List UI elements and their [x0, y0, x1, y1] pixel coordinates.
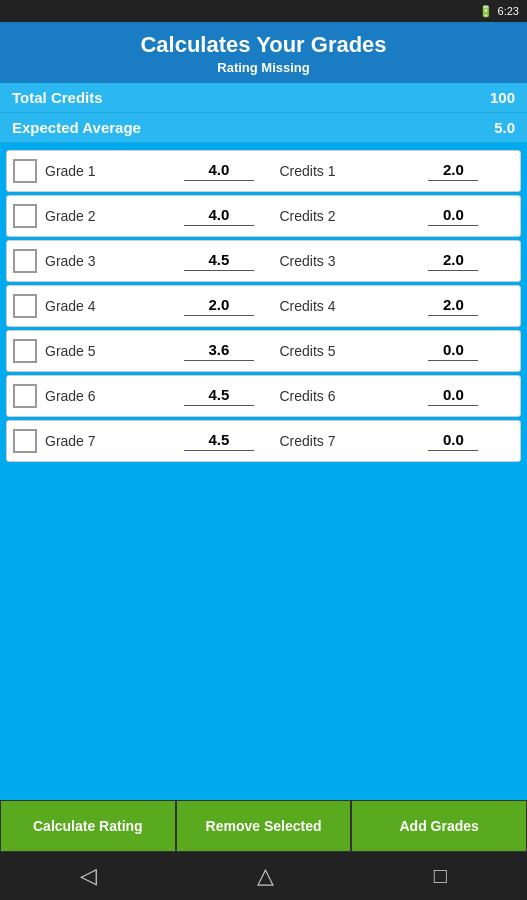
- grade-value-6[interactable]: 4.5: [208, 386, 229, 403]
- grade-label-7: Grade 7: [45, 433, 158, 449]
- grade-checkbox-1[interactable]: [13, 159, 37, 183]
- credits-value-2[interactable]: 0.0: [431, 206, 476, 223]
- navigation-bar: ◁ △ □: [0, 852, 527, 900]
- credits-underline-7: [428, 450, 478, 451]
- credits-label-6: Credits 6: [280, 388, 393, 404]
- grade-input-group-7: 4.5: [162, 431, 275, 451]
- credits-label-4: Credits 4: [280, 298, 393, 314]
- grades-list: Grade 1 4.0 Credits 1 2.0 Grade 2 4.0 Cr…: [0, 143, 527, 800]
- grade-checkbox-6[interactable]: [13, 384, 37, 408]
- grade-value-7[interactable]: 4.5: [208, 431, 229, 448]
- grade-value-5[interactable]: 3.6: [208, 341, 229, 358]
- battery-icon: 🔋: [479, 5, 493, 18]
- table-row: Grade 4 2.0 Credits 4 2.0: [6, 285, 521, 327]
- back-button[interactable]: ◁: [80, 863, 97, 889]
- credits-underline-4: [428, 315, 478, 316]
- grade-label-3: Grade 3: [45, 253, 158, 269]
- grade-underline-6: [184, 405, 254, 406]
- table-row: Grade 5 3.6 Credits 5 0.0: [6, 330, 521, 372]
- credits-label-5: Credits 5: [280, 343, 393, 359]
- grade-input-group-3: 4.5: [162, 251, 275, 271]
- credits-underline-1: [428, 180, 478, 181]
- bottom-toolbar: Calculate Rating Remove Selected Add Gra…: [0, 800, 527, 852]
- credits-underline-2: [428, 225, 478, 226]
- grade-underline-7: [184, 450, 254, 451]
- total-credits-value: 100: [490, 89, 515, 106]
- status-bar: 🔋 6:23: [0, 0, 527, 22]
- credits-input-group-6: 0.0: [397, 386, 510, 406]
- table-row: Grade 2 4.0 Credits 2 0.0: [6, 195, 521, 237]
- app-title: Calculates Your Grades: [0, 32, 527, 58]
- credits-input-group-5: 0.0: [397, 341, 510, 361]
- grade-label-6: Grade 6: [45, 388, 158, 404]
- grade-checkbox-3[interactable]: [13, 249, 37, 273]
- expected-average-label: Expected Average: [12, 119, 494, 136]
- table-row: Grade 3 4.5 Credits 3 2.0: [6, 240, 521, 282]
- grade-underline-5: [184, 360, 254, 361]
- app-subtitle: Rating Missing: [0, 60, 527, 75]
- grade-value-2[interactable]: 4.0: [208, 206, 229, 223]
- grade-checkbox-2[interactable]: [13, 204, 37, 228]
- credits-label-7: Credits 7: [280, 433, 393, 449]
- table-row: Grade 1 4.0 Credits 1 2.0: [6, 150, 521, 192]
- status-time: 6:23: [498, 5, 519, 17]
- grade-checkbox-4[interactable]: [13, 294, 37, 318]
- grade-label-5: Grade 5: [45, 343, 158, 359]
- grade-input-group-2: 4.0: [162, 206, 275, 226]
- add-grades-button[interactable]: Add Grades: [352, 801, 526, 851]
- credits-underline-6: [428, 405, 478, 406]
- grade-checkbox-5[interactable]: [13, 339, 37, 363]
- remove-selected-button[interactable]: Remove Selected: [177, 801, 351, 851]
- table-row: Grade 7 4.5 Credits 7 0.0: [6, 420, 521, 462]
- grade-label-4: Grade 4: [45, 298, 158, 314]
- expected-average-bar: Expected Average 5.0: [0, 113, 527, 143]
- credits-value-5[interactable]: 0.0: [431, 341, 476, 358]
- grade-underline-3: [184, 270, 254, 271]
- grade-input-group-1: 4.0: [162, 161, 275, 181]
- table-row: Grade 6 4.5 Credits 6 0.0: [6, 375, 521, 417]
- grade-input-group-5: 3.6: [162, 341, 275, 361]
- grade-value-1[interactable]: 4.0: [208, 161, 229, 178]
- credits-label-3: Credits 3: [280, 253, 393, 269]
- credits-value-4[interactable]: 2.0: [431, 296, 476, 313]
- credits-value-6[interactable]: 0.0: [431, 386, 476, 403]
- grade-label-1: Grade 1: [45, 163, 158, 179]
- grade-underline-4: [184, 315, 254, 316]
- credits-label-2: Credits 2: [280, 208, 393, 224]
- credits-label-1: Credits 1: [280, 163, 393, 179]
- total-credits-label: Total Credits: [12, 89, 490, 106]
- credits-input-group-3: 2.0: [397, 251, 510, 271]
- expected-average-value: 5.0: [494, 119, 515, 136]
- home-button[interactable]: △: [257, 863, 274, 889]
- total-credits-bar: Total Credits 100: [0, 83, 527, 113]
- grade-input-group-4: 2.0: [162, 296, 275, 316]
- grade-label-2: Grade 2: [45, 208, 158, 224]
- credits-input-group-4: 2.0: [397, 296, 510, 316]
- grade-underline-2: [184, 225, 254, 226]
- app-header: Calculates Your Grades Rating Missing: [0, 22, 527, 83]
- recent-apps-button[interactable]: □: [434, 863, 447, 889]
- credits-value-3[interactable]: 2.0: [431, 251, 476, 268]
- credits-input-group-1: 2.0: [397, 161, 510, 181]
- grade-value-4[interactable]: 2.0: [208, 296, 229, 313]
- calculate-rating-button[interactable]: Calculate Rating: [1, 801, 175, 851]
- credits-input-group-7: 0.0: [397, 431, 510, 451]
- grade-checkbox-7[interactable]: [13, 429, 37, 453]
- credits-input-group-2: 0.0: [397, 206, 510, 226]
- credits-underline-3: [428, 270, 478, 271]
- credits-value-1[interactable]: 2.0: [431, 161, 476, 178]
- credits-value-7[interactable]: 0.0: [431, 431, 476, 448]
- grade-underline-1: [184, 180, 254, 181]
- grade-input-group-6: 4.5: [162, 386, 275, 406]
- credits-underline-5: [428, 360, 478, 361]
- grade-value-3[interactable]: 4.5: [208, 251, 229, 268]
